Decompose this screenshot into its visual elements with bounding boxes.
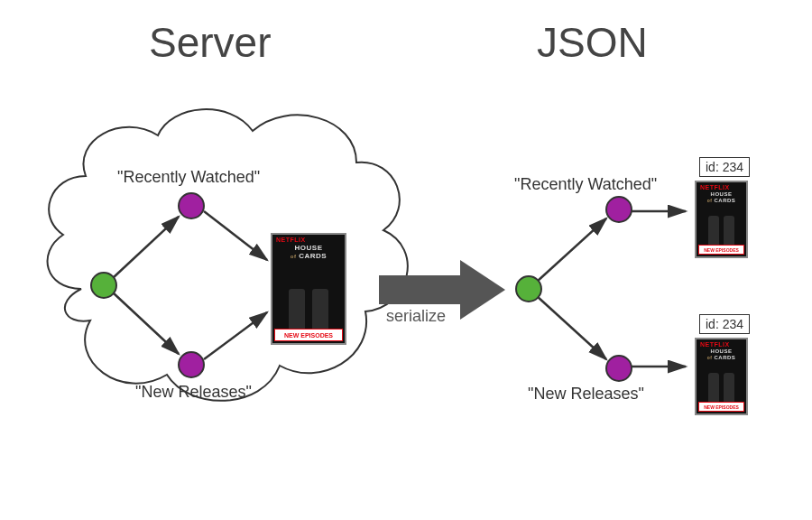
poster-title: HOUSE of CARDS bbox=[697, 348, 746, 361]
svg-marker-5 bbox=[460, 260, 505, 320]
svg-line-1 bbox=[113, 292, 179, 354]
svg-line-7 bbox=[537, 296, 606, 359]
movie-poster-top-right: NETFLIX HOUSE of CARDS NEW EPISODES bbox=[695, 181, 748, 258]
root-node-left bbox=[91, 273, 116, 298]
poster-brand: NETFLIX bbox=[276, 237, 306, 243]
label-recently-watched-right: "Recently Watched" bbox=[514, 175, 657, 194]
svg-layer bbox=[0, 0, 812, 520]
poster-title: HOUSE of CARDS bbox=[697, 191, 746, 204]
poster-tag: NEW EPISODES bbox=[274, 329, 343, 341]
node-new-releases-right bbox=[606, 356, 632, 381]
node-recently-watched-right bbox=[606, 197, 632, 222]
left-graph-edges bbox=[113, 211, 267, 359]
label-recently-watched-left: "Recently Watched" bbox=[117, 168, 260, 187]
right-tree-edges bbox=[537, 211, 686, 367]
label-new-releases-left: "New Releases" bbox=[135, 383, 252, 402]
label-new-releases-right: "New Releases" bbox=[528, 385, 644, 404]
svg-rect-4 bbox=[379, 275, 460, 304]
svg-line-6 bbox=[537, 218, 606, 282]
movie-poster-bottom-right: NETFLIX HOUSE of CARDS NEW EPISODES bbox=[695, 338, 748, 415]
serialize-label: serialize bbox=[386, 307, 446, 326]
node-new-releases-left bbox=[179, 352, 204, 377]
poster-tag: NEW EPISODES bbox=[698, 402, 744, 412]
svg-line-3 bbox=[204, 312, 267, 359]
poster-brand: NETFLIX bbox=[700, 341, 730, 348]
cloud-icon bbox=[48, 109, 408, 401]
id-box-top: id: 234 bbox=[699, 157, 750, 177]
id-box-bottom: id: 234 bbox=[699, 314, 750, 334]
poster-tag: NEW EPISODES bbox=[698, 245, 744, 255]
movie-poster-left: NETFLIX HOUSE of CARDS NEW EPISODES bbox=[271, 233, 346, 345]
svg-line-2 bbox=[204, 211, 267, 260]
poster-brand: NETFLIX bbox=[700, 184, 730, 190]
poster-title: HOUSE of CARDS bbox=[272, 244, 345, 261]
diagram: { "title_left": "Server", "title_right":… bbox=[0, 0, 812, 520]
svg-line-0 bbox=[113, 217, 179, 278]
node-recently-watched-left bbox=[179, 193, 204, 218]
root-node-right bbox=[516, 276, 541, 302]
